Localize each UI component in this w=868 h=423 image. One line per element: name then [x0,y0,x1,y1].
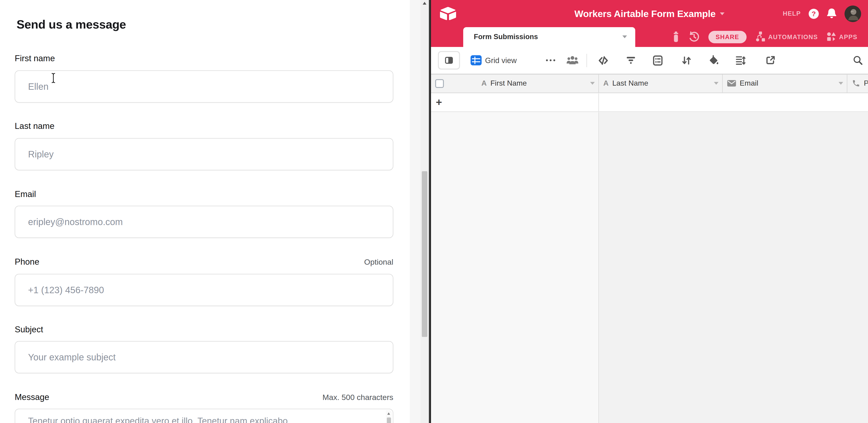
email-input[interactable] [15,206,393,238]
sort-icon[interactable] [681,47,691,74]
filter-icon[interactable] [626,47,636,74]
column-header-last-name[interactable]: A Last Name [599,74,723,92]
column-caret-icon[interactable] [714,82,718,85]
column-label: Phone [864,79,868,87]
apps-button[interactable]: APPS [827,32,858,42]
tabbar-actions: SHARE AUTOMATIONS [672,27,858,47]
message-label: Message [15,392,49,402]
help-question-icon[interactable]: ? [809,8,819,19]
last-name-input[interactable] [15,138,393,170]
grid-header-row: A First Name A Last Name Email [431,74,868,93]
table-tab-form-submissions[interactable]: Form Submissions [463,27,635,47]
message-maxchars-hint: Max. 500 characters [322,393,393,402]
form-heading: Send us a message [17,18,126,32]
column-header-phone[interactable]: Phone [847,74,868,92]
apps-label: APPS [839,34,858,40]
view-options-ellipsis-icon[interactable] [546,47,555,74]
message-scrollbar-thumb[interactable] [387,418,391,423]
airtable-pane: Workers Airtable Form Example HELP ? [431,0,868,423]
automations-label: AUTOMATIONS [768,34,818,40]
select-all-checkbox[interactable] [435,79,444,88]
automations-icon [755,32,766,42]
phone-label: Phone [15,257,39,267]
share-button[interactable]: SHARE [708,31,747,43]
row-height-icon[interactable] [735,47,745,74]
email-field-icon [727,80,736,87]
base-title-caret-icon[interactable] [720,12,724,15]
view-toolbar: Grid view [431,47,868,74]
scroll-up-icon[interactable] [387,413,390,415]
column-label: Email [740,79,758,87]
airtable-topbar: Workers Airtable Form Example HELP ? [431,0,868,27]
grid-canvas-body [599,112,868,423]
email-label: Email [15,189,36,199]
notifications-bell-icon[interactable] [827,8,837,19]
column-label: Last Name [612,79,648,87]
history-icon[interactable] [688,31,700,43]
screen: Send us a message First name Last name E… [0,0,868,423]
text-cursor-icon [51,73,56,83]
page-scrollbar[interactable] [421,0,429,423]
apps-icon [827,32,836,42]
grid-canvas [431,112,868,423]
subject-label-row: Subject [15,325,393,335]
phone-input[interactable] [15,274,393,306]
collaborators-icon[interactable] [566,47,579,74]
view-name-label[interactable]: Grid view [485,47,517,74]
first-name-label-row: First name [15,53,393,63]
first-name-input[interactable] [15,70,393,103]
user-avatar[interactable] [844,5,861,22]
last-name-label-row: Last name [15,121,393,131]
add-record-cell[interactable]: + [431,93,599,111]
tables-menu-icon[interactable] [444,33,453,36]
text-field-icon: A [603,79,609,87]
column-label: First Name [490,79,527,87]
topbar-actions: HELP ? [783,0,861,27]
window-divider[interactable] [429,0,431,423]
help-button[interactable]: HELP [783,10,801,17]
group-icon[interactable] [652,47,662,74]
table-tab-caret-icon[interactable] [622,36,627,38]
phone-optional-hint: Optional [364,258,393,267]
first-name-label: First name [15,53,55,63]
page-scrollbar-thumb[interactable] [422,171,427,337]
add-record-icon[interactable]: + [436,96,442,109]
last-name-label: Last name [15,121,55,131]
base-title: Workers Airtable Form Example [575,8,716,19]
column-header-email[interactable]: Email [723,74,847,92]
grid-view-icon[interactable] [471,47,482,74]
column-caret-icon[interactable] [590,82,594,85]
email-label-row: Email [15,189,393,199]
message-textarea[interactable] [15,409,393,423]
hide-fields-icon[interactable] [598,47,608,74]
message-field-wrap [15,409,393,423]
phone-field-icon [852,79,860,87]
search-icon[interactable] [853,47,863,74]
column-header-first-name[interactable]: A First Name [469,74,599,92]
trash-icon[interactable] [672,32,680,42]
add-record-row[interactable]: + [431,93,868,112]
airtable-tabbar: Form Submissions [431,27,868,47]
message-label-row: Message Max. 500 characters [15,392,393,402]
contact-form-pane: Send us a message First name Last name E… [0,0,410,423]
column-caret-icon[interactable] [839,82,843,85]
toolbar-divider [586,54,587,67]
share-view-icon[interactable] [765,47,775,74]
automations-button[interactable]: AUTOMATIONS [755,32,818,42]
subject-label: Subject [15,325,43,335]
text-field-icon: A [482,79,487,87]
row-gutter [431,74,469,92]
message-scrollbar[interactable] [386,410,392,423]
page-background-strip [410,0,421,423]
phone-label-row: Phone Optional [15,257,393,267]
table-tab-label: Form Submissions [474,33,538,41]
subject-input[interactable] [15,341,393,373]
scroll-up-icon[interactable] [423,2,426,5]
views-sidebar-toggle-button[interactable] [438,51,460,69]
grid-canvas-frozen-column [431,112,599,423]
color-icon[interactable] [708,47,719,74]
